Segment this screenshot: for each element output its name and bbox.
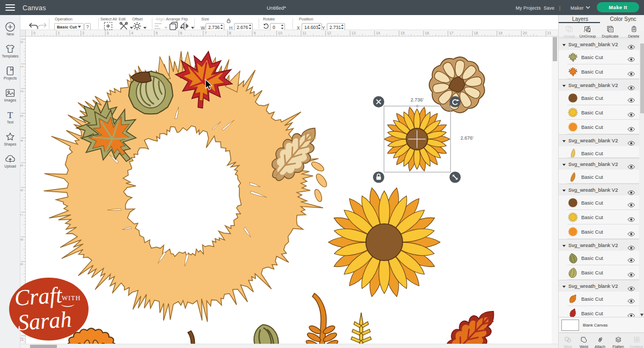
svg-text:2.676′: 2.676′	[460, 135, 474, 141]
svg-text:0: 0	[20, 41, 24, 43]
svg-text:5: 5	[156, 31, 158, 35]
svg-text:16: 16	[425, 31, 429, 35]
svg-text:6: 6	[20, 189, 24, 191]
svg-text:4: 4	[20, 140, 24, 142]
svg-text:3: 3	[107, 31, 109, 35]
svg-text:2: 2	[82, 31, 84, 35]
svg-text:2.736′: 2.736′	[411, 97, 424, 103]
svg-text:6: 6	[180, 31, 182, 35]
svg-text:11: 11	[303, 31, 306, 35]
svg-text:4: 4	[131, 31, 133, 35]
svg-text:7: 7	[20, 214, 24, 216]
svg-text:17: 17	[449, 31, 453, 35]
svg-text:20: 20	[523, 31, 527, 35]
svg-text:5: 5	[20, 164, 24, 166]
svg-text:12: 12	[327, 31, 331, 35]
svg-text:WITH: WITH	[62, 294, 80, 302]
svg-text:0: 0	[33, 31, 35, 35]
svg-text:2: 2	[20, 90, 24, 92]
svg-text:Sarah: Sarah	[17, 307, 72, 335]
svg-text:3: 3	[20, 115, 24, 117]
svg-text:Craft: Craft	[13, 282, 63, 310]
svg-text:14: 14	[376, 31, 380, 35]
svg-text:7: 7	[204, 31, 207, 35]
svg-text:15: 15	[400, 31, 405, 35]
svg-text:9: 9	[253, 31, 255, 35]
svg-text:21: 21	[547, 31, 552, 35]
svg-text:T: T	[8, 110, 13, 120]
svg-text:1: 1	[58, 31, 60, 35]
svg-text:9: 9	[20, 263, 24, 265]
svg-text:19: 19	[498, 31, 502, 35]
svg-text:1: 1	[20, 66, 24, 68]
svg-text:18: 18	[474, 31, 478, 35]
svg-text:10: 10	[278, 31, 282, 35]
svg-text:13: 13	[352, 31, 356, 35]
svg-text:8: 8	[20, 238, 24, 241]
svg-text:8: 8	[229, 31, 231, 35]
